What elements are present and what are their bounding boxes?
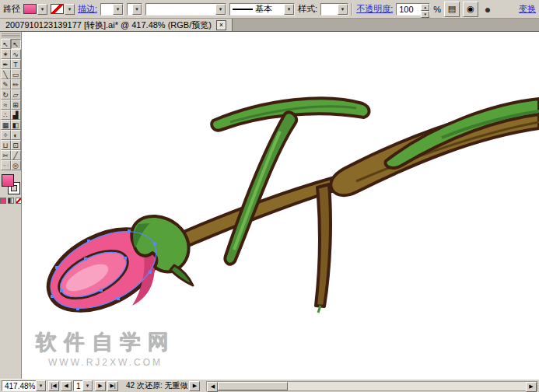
scale-tool[interactable]: ▱	[11, 89, 21, 100]
fill-stroke-swatches	[2, 174, 20, 194]
illustrator-window: 路径 ▾ ▾ 描边: ▾ ▾ ▾ 基本 ▾ 样式	[0, 0, 539, 392]
mesh-tool-icon: ▦	[2, 121, 9, 129]
chevron-down-icon[interactable]: ▾	[113, 4, 123, 15]
graph-icon[interactable]: ▤	[444, 2, 460, 17]
branch-shape	[316, 184, 331, 306]
slice-tool-icon: ╱	[13, 152, 17, 159]
lasso-tool-icon: ∿	[12, 51, 19, 58]
direct-selection-tool-icon: ↖	[12, 40, 19, 48]
fill-color-picker[interactable]: ▾	[23, 4, 47, 15]
scrollbar-thumb[interactable]	[218, 382, 288, 390]
artboard-canvas[interactable]: 软件自学网 WWW.RJ2XW.COM	[22, 32, 539, 379]
zoom-combo[interactable]: 417.48% ▾	[2, 380, 47, 391]
gradient-mode-button[interactable]	[8, 198, 14, 204]
chevron-down-icon[interactable]: ▾	[338, 4, 348, 15]
free-transform-tool[interactable]: ⊞	[11, 100, 21, 110]
blend-tool[interactable]: ◐	[11, 130, 21, 140]
chevron-down-icon[interactable]: ▾	[284, 4, 294, 15]
pen-tool[interactable]: ✒	[1, 59, 11, 69]
brush-stroke-preview	[233, 9, 253, 10]
warp-tool[interactable]: ≈	[1, 100, 11, 110]
gradient-tool-icon: ◧	[12, 121, 19, 129]
brush-definition-combo[interactable]: 基本 ▾	[229, 3, 295, 16]
fill-proxy-swatch[interactable]	[2, 174, 14, 187]
type-tool[interactable]: T	[11, 59, 21, 69]
style-combo[interactable]: ▾	[320, 3, 348, 16]
object-type-label: 路径	[3, 3, 20, 15]
close-icon[interactable]: ×	[216, 20, 226, 30]
hand-tool[interactable]: ☜	[1, 160, 11, 170]
line-tool-icon: ╲	[3, 71, 7, 79]
pencil-tool[interactable]: ✏	[11, 79, 21, 89]
opacity-link[interactable]: 不透明度:	[356, 3, 393, 15]
eyedropper-tool[interactable]: ✧	[1, 130, 11, 140]
document-tab-bar: 2007910123139177 [转换].ai* @ 417.48% (RGB…	[0, 19, 539, 32]
hanging-leaf-highlight	[234, 131, 280, 250]
live-paint-bucket-tool[interactable]: ⊔	[1, 140, 11, 150]
spinner-up-icon[interactable]: ▴	[421, 4, 429, 11]
scroll-right-icon[interactable]: ▶	[526, 382, 537, 392]
stroke-link[interactable]: 描边:	[78, 3, 97, 15]
page-combo[interactable]: 1 ▾	[73, 380, 93, 391]
rotate-tool-icon: ↻	[2, 91, 9, 99]
paintbrush-tool[interactable]: ✎	[1, 79, 11, 89]
zoom-value: 417.48%	[2, 382, 36, 390]
chevron-down-icon[interactable]: ▾	[132, 4, 142, 15]
lasso-tool[interactable]: ∿	[11, 49, 21, 59]
horizontal-scrollbar[interactable]: ◀ ▶	[206, 381, 537, 391]
sepal-leaflet	[170, 265, 193, 285]
variable-width-combo[interactable]: ▾	[127, 3, 142, 16]
slice-tool[interactable]: ╱	[11, 150, 21, 160]
first-page-button[interactable]: |◀	[48, 381, 59, 391]
toolbox-panel: ↖↖✶∿✒T╲▭✎✏↻▱≈⊞∴▟▦◧✧◐⊔⊡✂╱☜◎	[0, 32, 22, 379]
document-tab[interactable]: 2007910123139177 [转换].ai* @ 417.48% (RGB…	[0, 19, 233, 31]
appearance-combo[interactable]: ▾	[145, 3, 226, 16]
percent-label: %	[433, 5, 441, 14]
magic-wand-tool[interactable]: ✶	[1, 49, 11, 59]
scissors-tool[interactable]: ✂	[1, 150, 11, 160]
prev-page-button[interactable]: ◀	[61, 381, 72, 391]
live-paint-selection-tool[interactable]: ⊡	[11, 140, 21, 150]
scroll-left-icon[interactable]: ◀	[207, 382, 218, 392]
spinner-down-icon[interactable]: ▾	[421, 11, 429, 18]
rectangle-tool[interactable]: ▭	[11, 69, 21, 79]
opacity-spinner[interactable]: ▴ ▾	[421, 4, 429, 15]
none-mode-button[interactable]	[16, 198, 22, 204]
rotate-tool[interactable]: ↻	[1, 89, 11, 100]
transform-link[interactable]: 变换	[519, 3, 536, 15]
selection-tool[interactable]: ↖	[1, 39, 11, 49]
rectangle-tool-icon: ▭	[12, 71, 19, 79]
stroke-weight-combo[interactable]: ▾	[100, 3, 124, 16]
chevron-down-icon[interactable]: ▾	[65, 4, 75, 15]
recolor-icon[interactable]: ◉	[463, 2, 478, 17]
color-mode-button[interactable]	[0, 198, 6, 204]
type-tool-icon: T	[13, 61, 18, 68]
symbol-sprayer-tool[interactable]: ∴	[1, 110, 11, 120]
brush-name: 基本	[255, 3, 272, 15]
gradient-tool[interactable]: ◧	[11, 120, 21, 130]
opacity-input[interactable]: 100 ▴ ▾	[396, 3, 430, 16]
chevron-down-icon[interactable]: ▾	[37, 4, 47, 15]
mesh-tool[interactable]: ▦	[1, 120, 11, 130]
artwork-svg[interactable]	[22, 32, 539, 379]
stroke-color-picker[interactable]: ▾	[51, 4, 75, 15]
scissors-tool-icon: ✂	[2, 152, 9, 159]
next-page-button[interactable]: ▶	[95, 381, 106, 391]
fill-color-swatch	[23, 4, 37, 14]
paint-mode-row	[0, 198, 22, 204]
line-tool[interactable]: ╲	[1, 69, 11, 79]
direct-selection-tool[interactable]: ↖	[11, 39, 21, 49]
graph-tool[interactable]: ▟	[11, 110, 21, 120]
last-page-button[interactable]: ▶|	[107, 381, 118, 391]
scrollbar-track[interactable]	[218, 382, 526, 390]
paintbrush-tool-icon: ✎	[2, 81, 9, 89]
status-popup-button[interactable]: ▶	[189, 381, 200, 391]
toolbox-grip[interactable]	[2, 33, 20, 37]
eyedropper-tool-icon: ✧	[2, 131, 9, 139]
chevron-down-icon[interactable]: ▾	[215, 4, 226, 15]
warp-tool-icon: ≈	[4, 101, 8, 109]
chevron-down-icon[interactable]: ▾	[82, 380, 93, 391]
graph-tool-icon: ▟	[13, 111, 19, 119]
zoom-tool[interactable]: ◎	[11, 160, 21, 170]
chevron-down-icon[interactable]: ▾	[36, 380, 46, 391]
